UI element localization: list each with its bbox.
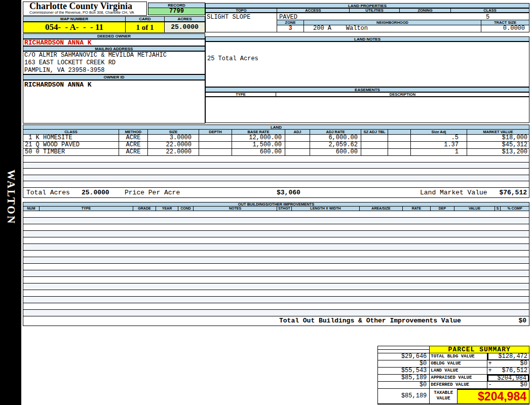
cell-size-adj: 1.37 (411, 142, 467, 149)
cell-market-value: $13,200 (467, 149, 529, 156)
taxable-label-line1: TAXABLE (430, 390, 457, 396)
neighborhood-value: 200 A Walton (304, 25, 481, 32)
taxable-value-label: TAXABLE VALUE (430, 389, 458, 404)
sign: - (488, 382, 492, 388)
address-line-2: 163 EAST LOCKETT CREEK RD (23, 59, 205, 67)
price-per-acre-label: Price Per Acre (125, 188, 180, 197)
parcel-summary-title: PARCEL SUMMARY (430, 346, 529, 353)
col-size-adj: Size Adj (411, 130, 467, 135)
property-record-card: WALTON Charlotte County Virginia Commiss… (0, 0, 532, 405)
col-method: METHOD (119, 130, 148, 135)
empty-row (23, 169, 529, 175)
empty-row (23, 224, 529, 231)
land-properties-values: SLIGHT SLOPE PAVED 5 ZONE NEIGHBORHOOD T… (205, 13, 529, 32)
cell-size-adj: .5 (411, 135, 467, 142)
easements-headers: TYPE DESCRIPTION (205, 92, 529, 97)
cell-size: 22.0000 (148, 149, 199, 156)
cell-size: 3.0000 (148, 135, 199, 142)
class-label: CLASS (451, 8, 529, 13)
mailing-address-label: MAILING ADDRESS (23, 46, 205, 51)
acres-value: 25.0000 (165, 22, 205, 33)
cell-depth (199, 149, 232, 156)
cell-market-value: $45,312 (467, 142, 529, 149)
land-note: 25 Total Acres (206, 42, 529, 62)
access-row: PAVED 5 (277, 13, 529, 20)
utilities-label: UTILITIES (350, 8, 400, 13)
taxable-value: $204,984 (458, 389, 529, 404)
topo-value: SLIGHT SLOPE (205, 13, 277, 32)
bldg-assessed: $29,646 (378, 353, 430, 360)
col-area-size: AREA/SIZE (360, 207, 403, 211)
easements-title: EASEMENTS (205, 87, 529, 92)
summary-row-total-bldg: $29,646 TOTAL BLDG VALUE $128,472 (378, 353, 529, 360)
record-value: 7799 (148, 8, 205, 15)
empty-row (23, 264, 529, 270)
col-s: S (495, 207, 501, 211)
owner-id-box: RICHARDSON ANNA K (23, 80, 205, 124)
total-bldg-value: $128,472 (487, 353, 529, 360)
col-pct-comp: % COMP (501, 207, 529, 211)
land-totals-row: Total Acres 25.0000 Price Per Acre $3,06… (23, 188, 529, 198)
easement-description-label: DESCRIPTION (276, 92, 529, 97)
obldg-value-label: OBLDG VALUE (430, 360, 487, 368)
easement-type-label: TYPE (205, 92, 276, 97)
card-label: CARD (126, 16, 165, 22)
summary-spacer (378, 346, 430, 353)
class-value: 5 (486, 14, 489, 21)
county-name: Charlotte County Virginia (29, 2, 146, 11)
land-column-headers: CLASS METHOD SIZE DEPTH BASE RATE ADJ AD… (23, 130, 529, 135)
empty-row (23, 257, 529, 264)
cell-depth (199, 135, 232, 142)
cell-sz-adj-tbl (361, 135, 388, 142)
mailing-address-box: C/O ALMIR SAHMANOVIC & MEVILDA METJAHIC … (23, 51, 205, 74)
empty-row (23, 218, 529, 224)
cell-base-rate: 12,000.00 (232, 135, 285, 142)
empty-row (23, 231, 529, 237)
sign: + (488, 368, 492, 374)
value: $0 (520, 360, 527, 367)
cell-blank (388, 149, 411, 156)
out-buildings-total-value: $0 (518, 316, 529, 326)
empty-row (23, 237, 529, 244)
cell-adj (285, 142, 310, 149)
empty-row (23, 156, 529, 163)
appraised-value: $204,984 (487, 375, 529, 382)
cell-adj-rate: 600.00 (310, 149, 361, 156)
land-assessed: $55,543 (378, 368, 430, 375)
empty-row (23, 163, 529, 169)
map-number-label: MAP NUMBER (23, 16, 126, 22)
cell-adj-rate: 6,000.00 (310, 135, 361, 142)
cell-base-rate: 1,500.00 (232, 142, 285, 149)
col-num: NUM (23, 207, 40, 211)
land-value: + $76,512 (487, 368, 529, 375)
owner-id-label: OWNER ID (23, 74, 205, 80)
deeded-owner-value: RICHARDSON ANNA K (23, 39, 205, 47)
empty-row (23, 297, 529, 303)
tract-size-value: 0.0000 (481, 25, 529, 32)
col-value: VALUE (454, 207, 495, 211)
value: $76,512 (502, 368, 527, 374)
col-grade: GRADE (133, 207, 156, 211)
out-buildings-title: OUT BUILDINGS/OTHER IMPROVEMENTS (23, 202, 529, 207)
cell-method: ACRE (119, 149, 148, 156)
col-adj-rate: ADJ RATE (310, 130, 361, 135)
land-properties-title: LAND PROPERTIES (205, 3, 529, 8)
deeded-owner-box: RICHARDSON ANNA K (23, 39, 205, 46)
land-title: LAND (23, 125, 529, 130)
owner-id-value: RICHARDSON ANNA K (23, 80, 205, 89)
card-value: 1 of 1 (126, 22, 165, 33)
out-buildings-total-row: Total Out Buildings & Other Improvements… (23, 316, 529, 326)
col-sthgt: STHGT (277, 207, 292, 211)
col-adj: ADJ (285, 130, 310, 135)
col-market-value: MARKET VALUE (467, 130, 529, 135)
empty-row (23, 181, 529, 188)
access-label: ACCESS (277, 8, 350, 13)
summary-row-appraised: $85,189 APPRAISED VALUE $204,984 (378, 375, 529, 382)
county-title-box: Charlotte County Virginia Commissioner o… (23, 2, 147, 16)
appraised-value-label: APPRAISED VALUE (430, 375, 487, 382)
out-buildings-headers: NUM TYPE GRADE YEAR COND NOTES STHGT LEN… (23, 207, 529, 211)
appraised-assessed: $85,189 (378, 375, 430, 382)
out-buildings-empty-rows (23, 211, 529, 316)
cell-class: 1 K HOMESITE (23, 135, 119, 142)
cell-market-value: $18,000 (467, 135, 529, 142)
